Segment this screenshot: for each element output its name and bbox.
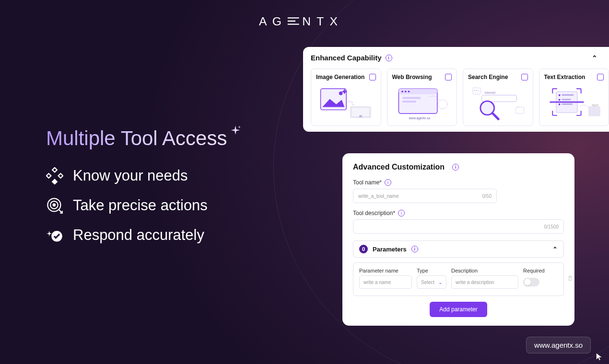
svg-point-19	[408, 91, 410, 92]
required-toggle[interactable]	[523, 278, 539, 286]
brand-logo: A G N T X	[259, 13, 350, 32]
params-title: Parameters	[373, 246, 407, 253]
svg-text:AI: AI	[359, 114, 362, 118]
capability-grid: Image Generation AI Web Browsing www.age…	[311, 68, 609, 126]
tool-name-label: Tool name* i	[353, 179, 564, 186]
capability-card-text-extraction[interactable]: Text Extraction TEXT	[539, 68, 609, 126]
footer-url-pill[interactable]: www.agentx.so	[526, 337, 591, 353]
trash-icon[interactable]	[567, 275, 574, 283]
char-counter: 0/1500	[544, 224, 559, 229]
info-icon[interactable]: i	[452, 164, 459, 171]
col-header: Type	[417, 268, 446, 273]
param-name-input[interactable]: write a name	[359, 275, 412, 289]
feature-list: Know your needs Take precise actions Res…	[46, 167, 295, 244]
svg-point-28	[474, 90, 475, 91]
tool-description-label: Tool description* i	[353, 210, 564, 216]
search-engine-icon: Internet	[468, 84, 528, 122]
svg-rect-5	[52, 180, 57, 184]
feature-text: Respond accurately	[73, 227, 204, 244]
params-count-badge: 0	[359, 245, 368, 253]
info-icon[interactable]: i	[411, 246, 418, 252]
feature-text: Take precise actions	[73, 197, 208, 214]
target-icon	[46, 197, 63, 214]
svg-rect-4	[59, 173, 63, 178]
info-icon[interactable]: i	[385, 179, 391, 186]
info-icon[interactable]: i	[398, 210, 405, 216]
enhanced-capability-panel: Enhanced Capability i ⌃ Image Generation…	[303, 47, 609, 132]
advanced-customization-panel: Advanced Customization i Tool name* i wr…	[342, 153, 574, 326]
feature-item: Take precise actions	[46, 197, 295, 214]
chevron-down-icon: ⌄	[438, 280, 442, 285]
adv-title: Advanced Customization i	[353, 163, 564, 171]
svg-point-29	[476, 90, 477, 91]
svg-text:www.agentx.so: www.agentx.so	[408, 116, 430, 120]
feature-text: Know your needs	[73, 167, 188, 184]
svg-rect-36	[562, 99, 571, 100]
headline: Multiple Tool Access	[46, 120, 242, 150]
card-label: Image Generation	[316, 74, 364, 80]
svg-text:Internet: Internet	[484, 91, 495, 94]
svg-point-35	[558, 99, 560, 101]
panel-header[interactable]: Enhanced Capability i ⌃	[311, 54, 609, 62]
svg-point-17	[401, 91, 403, 92]
svg-rect-16	[398, 89, 437, 94]
svg-rect-20	[402, 97, 421, 99]
svg-point-33	[558, 94, 560, 96]
placeholder-text: write_a_tool_name	[358, 193, 399, 199]
chevron-up-icon[interactable]: ⌃	[592, 54, 597, 62]
svg-rect-38	[562, 103, 573, 105]
web-browsing-icon: www.agentx.so	[392, 84, 452, 122]
image-generation-icon: AI	[316, 84, 376, 122]
col-header: Parameter name	[359, 268, 412, 273]
feature-item: Know your needs	[46, 167, 295, 184]
tool-description-input[interactable]: 0/1500	[353, 219, 564, 234]
card-label: Web Browsing	[392, 74, 432, 80]
tool-name-input[interactable]: write_a_tool_name 0/50	[353, 189, 497, 203]
svg-point-11	[339, 91, 343, 95]
param-type-select[interactable]: Select⌄	[417, 275, 446, 289]
param-desc-input[interactable]: write a description	[451, 275, 518, 289]
cursor-icon	[596, 353, 604, 361]
svg-rect-3	[47, 173, 51, 178]
svg-text:A G: A G	[259, 15, 283, 28]
parameters-header[interactable]: 0 Parameters i ⌃	[353, 240, 564, 258]
chevron-up-icon[interactable]: ⌃	[552, 246, 558, 253]
card-label: Text Extraction	[544, 74, 586, 80]
checkbox[interactable]	[597, 74, 604, 80]
capability-card-web-browsing[interactable]: Web Browsing www.agentx.so	[387, 68, 457, 126]
text-extraction-icon: TEXT	[544, 84, 604, 122]
svg-text:N T X: N T X	[302, 15, 339, 28]
add-parameter-button[interactable]: Add parameter	[430, 302, 487, 317]
svg-rect-39	[588, 106, 600, 116]
left-column: Multiple Tool Access Know your needs Tak…	[46, 120, 295, 256]
check-shine-icon	[46, 227, 63, 244]
col-header: Description	[451, 268, 518, 273]
svg-point-37	[558, 103, 560, 105]
svg-rect-27	[473, 88, 481, 94]
svg-point-18	[404, 91, 406, 92]
checkbox[interactable]	[369, 74, 376, 80]
svg-point-8	[53, 204, 56, 206]
svg-rect-34	[562, 94, 574, 96]
capability-card-image-generation[interactable]: Image Generation AI	[311, 68, 381, 126]
svg-point-22	[438, 100, 447, 109]
capability-card-search-engine[interactable]: Search Engine Internet	[463, 68, 533, 126]
checkbox[interactable]	[445, 74, 452, 80]
svg-point-30	[478, 90, 479, 91]
info-icon[interactable]: i	[386, 55, 392, 61]
diamond-grid-icon	[46, 167, 63, 184]
parameters-body: Parameter name write a name Type Select⌄…	[353, 262, 564, 296]
svg-rect-2	[52, 168, 57, 172]
checkbox[interactable]	[521, 74, 528, 80]
svg-rect-31	[516, 107, 524, 114]
svg-rect-21	[402, 101, 416, 102]
card-label: Search Engine	[468, 74, 508, 80]
panel-title: Enhanced Capability	[311, 54, 382, 62]
svg-text:TEXT: TEXT	[591, 104, 598, 107]
feature-item: Respond accurately	[46, 227, 295, 244]
char-counter: 0/50	[482, 193, 492, 199]
col-header: Required	[523, 268, 545, 273]
sparkle-icon	[229, 120, 242, 133]
